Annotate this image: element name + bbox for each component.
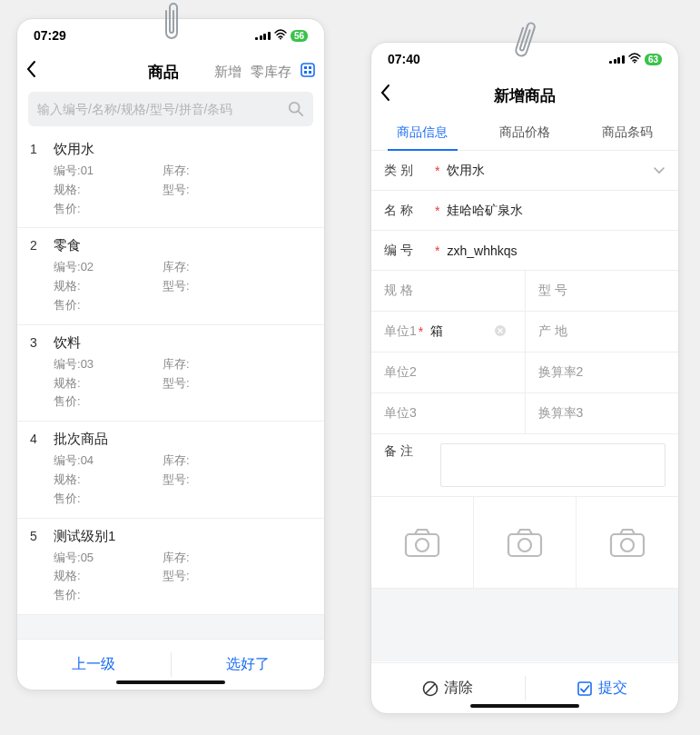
svg-line-7 bbox=[299, 112, 303, 116]
signal-icon bbox=[609, 55, 625, 64]
category-value: 饮用水 bbox=[447, 163, 653, 179]
nav-zero-stock-button[interactable]: 零库存 bbox=[251, 64, 291, 81]
svg-rect-4 bbox=[304, 71, 307, 74]
model-field[interactable]: 型号 bbox=[526, 271, 679, 311]
remark-input[interactable] bbox=[440, 443, 665, 487]
svg-point-6 bbox=[290, 103, 300, 113]
svg-rect-1 bbox=[301, 64, 314, 76]
svg-point-13 bbox=[518, 539, 531, 551]
code-row[interactable]: 编号 * zxh_whhkqs bbox=[371, 231, 678, 271]
spec-label: 规格: bbox=[54, 181, 163, 200]
chevron-down-icon bbox=[653, 164, 665, 178]
photo-slot[interactable] bbox=[371, 497, 474, 588]
nav-bar: 商品 新增 零库存 bbox=[17, 52, 324, 92]
home-indicator bbox=[116, 680, 225, 684]
svg-rect-14 bbox=[611, 534, 644, 556]
origin-field[interactable]: 产地 bbox=[526, 312, 679, 352]
svg-point-8 bbox=[634, 61, 636, 63]
tab-barcode[interactable]: 商品条码 bbox=[576, 115, 678, 150]
battery-badge: 56 bbox=[291, 30, 308, 42]
unit1-field[interactable]: 单位1 * 箱 bbox=[371, 312, 526, 352]
svg-rect-2 bbox=[304, 66, 307, 69]
tab-price[interactable]: 商品价格 bbox=[474, 115, 577, 150]
required-mark: * bbox=[435, 164, 439, 178]
list-item[interactable]: 1 饮用水 编号:01库存: 规格:型号: 售价: bbox=[17, 132, 324, 228]
category-row[interactable]: 类别 * 饮用水 bbox=[371, 151, 678, 191]
grid-icon[interactable] bbox=[301, 63, 315, 81]
item-name: 饮用水 bbox=[54, 141, 310, 158]
back-button[interactable] bbox=[380, 84, 402, 107]
item-index: 1 bbox=[30, 141, 43, 218]
clear-icon[interactable] bbox=[494, 324, 507, 340]
paperclip-icon bbox=[162, 2, 182, 42]
nav-add-button[interactable]: 新增 bbox=[214, 64, 242, 81]
wifi-icon bbox=[274, 29, 287, 43]
back-button[interactable] bbox=[26, 60, 48, 84]
unit1-value: 箱 bbox=[430, 323, 488, 340]
unit3-field[interactable]: 单位3 bbox=[371, 393, 526, 433]
svg-point-15 bbox=[621, 539, 634, 551]
search-icon bbox=[288, 101, 304, 117]
camera-icon bbox=[507, 527, 543, 558]
svg-point-0 bbox=[280, 37, 281, 39]
svg-rect-10 bbox=[406, 534, 439, 556]
photo-row bbox=[371, 497, 678, 589]
stock-label: 库存: bbox=[163, 162, 190, 181]
clock: 07:29 bbox=[34, 28, 66, 43]
remark-row: 备注 bbox=[371, 434, 678, 497]
battery-badge: 63 bbox=[645, 54, 662, 65]
model-label: 型号: bbox=[163, 181, 190, 200]
wifi-icon bbox=[628, 53, 641, 66]
rate3-field[interactable]: 换算率3 bbox=[526, 393, 679, 433]
name-value: 娃哈哈矿泉水 bbox=[447, 203, 665, 219]
list-item[interactable]: 5 测试级别1 编号:05库存: 规格:型号: 售价: bbox=[17, 519, 324, 615]
cancel-icon bbox=[422, 680, 439, 697]
search-input[interactable] bbox=[37, 102, 288, 116]
svg-rect-18 bbox=[578, 682, 591, 695]
list-item[interactable]: 2 零食 编号:02库存: 规格:型号: 售价: bbox=[17, 228, 324, 324]
camera-icon bbox=[404, 527, 440, 558]
svg-rect-3 bbox=[309, 66, 311, 69]
tab-info[interactable]: 商品信息 bbox=[371, 115, 474, 150]
list-item[interactable]: 3 饮料 编号:03库存: 规格:型号: 售价: bbox=[17, 325, 324, 422]
svg-line-17 bbox=[426, 684, 435, 693]
svg-rect-5 bbox=[309, 71, 311, 74]
photo-slot[interactable] bbox=[474, 497, 577, 588]
form: 类别 * 饮用水 名称 * 娃哈哈矿泉水 编号 * zxh_whhkqs 规格 … bbox=[371, 151, 678, 662]
clock: 07:40 bbox=[388, 52, 420, 66]
check-icon bbox=[577, 680, 593, 697]
nav-bar: 新增商品 bbox=[371, 75, 678, 115]
photo-slot[interactable] bbox=[577, 497, 678, 588]
price-label: 售价: bbox=[54, 200, 163, 219]
add-product-screen: 07:40 63 新增商品 商品信息 商品价格 商品条码 类别 * 饮用水 bbox=[370, 42, 679, 714]
camera-icon bbox=[609, 527, 646, 558]
list-item[interactable]: 4 批次商品 编号:04库存: 规格:型号: 售价: bbox=[17, 422, 324, 518]
svg-point-11 bbox=[416, 539, 429, 551]
page-title: 商品 bbox=[48, 62, 214, 83]
search-box[interactable] bbox=[28, 92, 313, 126]
spec-field[interactable]: 规格 bbox=[371, 271, 526, 311]
rate2-field[interactable]: 换算率2 bbox=[526, 353, 679, 392]
signal-icon bbox=[255, 32, 271, 40]
page-title: 新增商品 bbox=[402, 85, 647, 106]
unit2-field[interactable]: 单位2 bbox=[371, 353, 526, 392]
product-list: 1 饮用水 编号:01库存: 规格:型号: 售价: 2 零食 编号:02库存: … bbox=[17, 132, 324, 639]
svg-rect-12 bbox=[508, 534, 541, 556]
product-list-screen: 07:29 56 商品 新增 零库存 1 bbox=[16, 18, 325, 690]
home-indicator bbox=[470, 704, 579, 708]
code-value: zxh_whhkqs bbox=[447, 243, 665, 258]
tabs: 商品信息 商品价格 商品条码 bbox=[371, 115, 678, 151]
name-row[interactable]: 名称 * 娃哈哈矿泉水 bbox=[371, 191, 678, 231]
